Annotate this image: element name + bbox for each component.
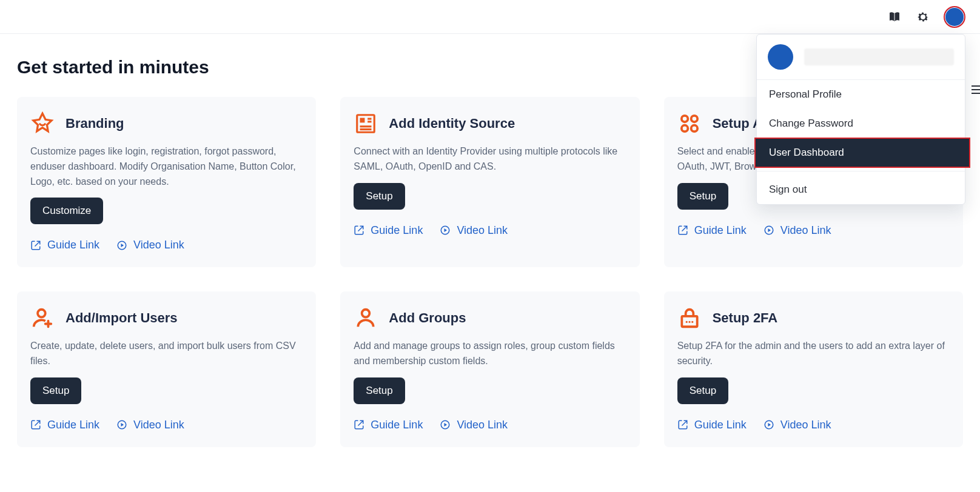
guide-link-label: Guide Link xyxy=(371,224,423,237)
video-link[interactable]: Video Link xyxy=(440,224,508,237)
star-icon xyxy=(30,111,55,136)
apps-icon xyxy=(677,111,702,136)
setup-button[interactable]: Setup xyxy=(677,183,728,210)
guide-link[interactable]: Guide Link xyxy=(677,224,747,237)
svg-point-24 xyxy=(691,321,693,323)
card-desc: Setup 2FA for the admin and the users to… xyxy=(677,339,950,369)
guide-link-label: Guide Link xyxy=(694,224,747,237)
video-link[interactable]: Video Link xyxy=(116,239,184,251)
guide-link-label: Guide Link xyxy=(371,419,423,431)
video-link-label: Video Link xyxy=(133,419,184,431)
svg-point-22 xyxy=(685,321,687,323)
svg-point-23 xyxy=(688,321,690,323)
card-setup-2fa: Setup 2FA Setup 2FA for the admin and th… xyxy=(664,291,963,447)
svg-point-12 xyxy=(682,116,688,122)
guide-link[interactable]: Guide Link xyxy=(30,239,99,251)
card-title: Setup 2FA xyxy=(713,310,778,326)
card-branding: Branding Customize pages like login, reg… xyxy=(17,97,316,267)
user-name-redacted xyxy=(804,48,954,65)
svg-point-15 xyxy=(691,125,697,131)
svg-rect-6 xyxy=(360,118,365,123)
video-link[interactable]: Video Link xyxy=(764,224,831,237)
video-link-label: Video Link xyxy=(457,224,508,237)
video-link-label: Video Link xyxy=(457,419,508,431)
card-desc: Connect with an Identity Provider using … xyxy=(354,144,626,175)
video-link-label: Video Link xyxy=(780,224,831,237)
guide-link-label: Guide Link xyxy=(47,419,99,431)
card-title: Add Identity Source xyxy=(389,116,515,131)
customize-button[interactable]: Customize xyxy=(30,198,103,224)
guide-link-label: Guide Link xyxy=(694,419,747,431)
gear-icon[interactable] xyxy=(916,10,930,24)
setup-button[interactable]: Setup xyxy=(30,377,81,404)
video-link[interactable]: Video Link xyxy=(764,419,831,431)
topbar xyxy=(0,0,980,34)
card-title: Branding xyxy=(65,116,124,131)
card-identity-source: Add Identity Source Connect with an Iden… xyxy=(340,97,639,267)
card-add-users: Add/Import Users Create, update, delete … xyxy=(17,291,316,447)
guide-link[interactable]: Guide Link xyxy=(354,224,423,237)
guide-link-label: Guide Link xyxy=(47,239,99,251)
menu-user-dashboard[interactable]: User Dashboard xyxy=(755,138,970,167)
book-icon[interactable] xyxy=(888,10,902,24)
setup-button[interactable]: Setup xyxy=(354,183,404,210)
card-title: Add/Import Users xyxy=(65,310,178,326)
menu-sign-out[interactable]: Sign out xyxy=(757,175,965,204)
adduser-icon xyxy=(30,306,55,330)
guide-link[interactable]: Guide Link xyxy=(354,419,423,431)
svg-point-14 xyxy=(682,125,688,131)
card-desc: Create, update, delete users, and import… xyxy=(30,339,303,369)
guide-link[interactable]: Guide Link xyxy=(30,419,99,431)
avatar-button[interactable] xyxy=(944,6,965,28)
card-add-groups: Add Groups Add and manage groups to assi… xyxy=(340,291,639,447)
card-title: Add Groups xyxy=(389,310,466,326)
video-link[interactable]: Video Link xyxy=(440,419,508,431)
svg-point-13 xyxy=(691,116,697,122)
dropdown-header xyxy=(757,35,965,80)
video-link-label: Video Link xyxy=(780,419,831,431)
card-desc: Add and manage groups to assign roles, g… xyxy=(354,339,626,369)
idsource-icon xyxy=(354,111,378,136)
setup-button[interactable]: Setup xyxy=(354,377,404,404)
video-link[interactable]: Video Link xyxy=(116,419,184,431)
hamburger-icon[interactable] xyxy=(972,85,980,97)
menu-change-password[interactable]: Change Password xyxy=(757,109,965,138)
svg-point-19 xyxy=(362,310,370,317)
setup-button[interactable]: Setup xyxy=(677,377,728,404)
menu-personal-profile[interactable]: Personal Profile xyxy=(757,80,965,109)
lock-icon xyxy=(677,306,702,330)
svg-point-0 xyxy=(922,15,925,18)
group-icon xyxy=(354,306,378,330)
menu-separator xyxy=(757,171,965,171)
guide-link[interactable]: Guide Link xyxy=(677,419,747,431)
svg-point-17 xyxy=(38,310,45,317)
card-desc: Customize pages like login, registration… xyxy=(30,144,303,189)
avatar-icon xyxy=(768,44,793,70)
video-link-label: Video Link xyxy=(133,239,184,251)
user-dropdown: Personal Profile Change Password User Da… xyxy=(756,34,965,205)
